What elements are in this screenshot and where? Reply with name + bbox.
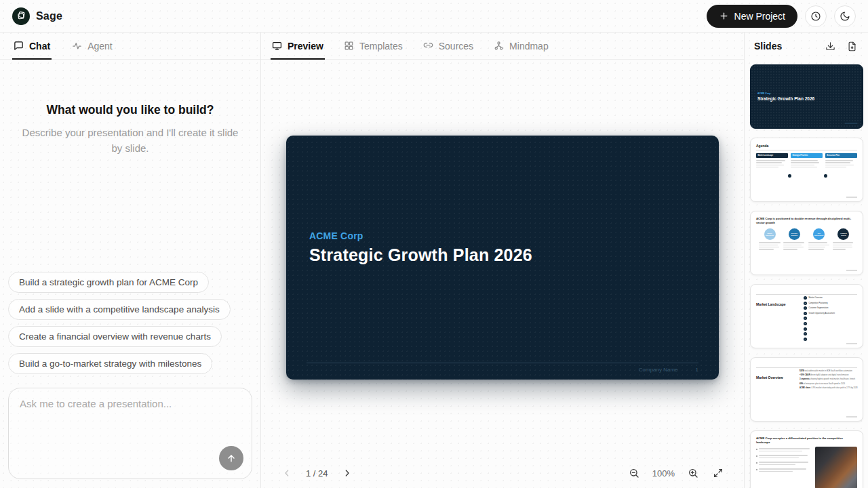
slide-preview[interactable]: ACME Corp Strategic Growth Plan 2026 Com… <box>286 136 719 380</box>
hierarchy-icon <box>494 41 504 51</box>
chat-input[interactable] <box>9 388 252 441</box>
slide-thumbnail-list: ACME Corp Strategic Growth Plan 2026 Age… <box>745 60 868 488</box>
activity-icon <box>72 41 82 51</box>
history-button[interactable] <box>805 5 827 27</box>
list-number: 3 <box>804 306 807 310</box>
zoom-out-button[interactable] <box>627 466 641 480</box>
chevron-right-icon <box>342 468 353 479</box>
tab-chat[interactable]: Chat <box>14 33 50 59</box>
tab-templates[interactable]: Templates <box>344 33 403 59</box>
list-label: Competitive Positioning <box>809 302 828 304</box>
stat-circle: Financial targets <box>837 228 849 240</box>
moon-icon <box>840 11 850 22</box>
sage-logo-icon <box>12 7 30 25</box>
agenda-column-header: Strategic Priorities <box>791 153 823 158</box>
stat-circle-cell: Key achievement <box>808 228 830 251</box>
thumb-footer <box>846 270 857 271</box>
slide-eyebrow: ACME Corp <box>309 230 363 241</box>
prev-slide-button[interactable] <box>280 466 294 480</box>
dark-mode-toggle[interactable] <box>834 5 856 27</box>
connector-dot <box>824 174 827 178</box>
suggestion-chip[interactable]: Add a slide with a competitive landscape… <box>8 299 231 320</box>
clock-icon <box>810 11 821 22</box>
expand-icon <box>713 468 724 479</box>
thumb3-title: ACME Corp is positioned to double revenu… <box>756 217 857 224</box>
tab-agent-label: Agent <box>87 41 113 52</box>
suggestion-chip[interactable]: Build a strategic growth plan for ACME C… <box>8 272 209 293</box>
slide-title: Strategic Growth Plan 2026 <box>309 245 532 265</box>
link-icon <box>423 41 433 51</box>
slides-panel-header: Slides <box>745 33 868 60</box>
suggestion-chips: Build a strategic growth plan for ACME C… <box>0 272 260 380</box>
tab-agent[interactable]: Agent <box>72 33 113 59</box>
tab-mindmap[interactable]: Mindmap <box>494 33 549 59</box>
next-slide-button[interactable] <box>340 466 354 480</box>
slides-panel-title: Slides <box>754 41 782 52</box>
thumb1-title: Strategic Growth Plan 2026 <box>757 96 814 101</box>
chat-bubble-icon <box>14 41 24 51</box>
slide-thumbnail-2[interactable]: Agenda Market Landscape Strategic Priori… <box>750 138 863 202</box>
new-project-button[interactable]: New Project <box>707 5 797 28</box>
slide-thumbnail-5[interactable]: Market Overview $47B total addressable m… <box>750 357 863 422</box>
thumb-footer <box>846 343 857 344</box>
list-label: Customer Segmentation <box>809 307 829 309</box>
slide-thumbnail-3[interactable]: ACME Corp is positioned to double revenu… <box>750 211 863 275</box>
app-title: Sage <box>36 10 62 22</box>
divider <box>756 367 857 368</box>
thumb-footer <box>846 416 857 418</box>
zoom-level: 100% <box>652 468 675 479</box>
send-button[interactable] <box>219 446 243 470</box>
thumb6-title: ACME Corp occupies a differentiated posi… <box>756 436 857 444</box>
chevron-left-icon <box>281 468 292 479</box>
tab-sources[interactable]: Sources <box>423 33 473 59</box>
list-number: 4 <box>804 312 807 315</box>
zoom-in-icon <box>688 468 698 479</box>
thumb1-footer <box>845 123 857 124</box>
agenda-column: Execution Plan <box>825 153 857 169</box>
divider <box>756 294 857 295</box>
tab-preview[interactable]: Preview <box>272 33 323 59</box>
thumb-footer <box>846 197 857 198</box>
list-number: 1 <box>804 296 807 300</box>
chat-empty-state: What would you like to build? Describe y… <box>0 103 260 156</box>
tab-sources-label: Sources <box>439 41 473 52</box>
stat-circle-cell: Market opportunity <box>759 228 781 251</box>
download-icon <box>825 41 835 52</box>
stat-circle: Market opportunity <box>764 228 776 240</box>
canvas-toolbar: 1 / 24 100% <box>261 458 744 488</box>
suggestion-chip[interactable]: Create a financial overview with revenue… <box>8 326 222 347</box>
new-project-label: New Project <box>734 11 785 22</box>
download-slides-button[interactable] <box>824 40 837 53</box>
export-file-button[interactable] <box>846 40 859 53</box>
pagination-label: 1 / 24 <box>306 468 328 479</box>
slide-footer: Company Name 1 <box>307 363 698 373</box>
tab-preview-label: Preview <box>288 41 323 52</box>
stat-circle-cell: Revenue priorities <box>783 228 805 251</box>
zoom-in-button[interactable] <box>686 466 700 480</box>
list-number: 2 <box>804 302 807 305</box>
chat-input-container <box>8 388 252 479</box>
top-bar: Sage New Project <box>0 0 868 33</box>
connector-dot <box>788 174 791 178</box>
tab-templates-label: Templates <box>359 41 403 52</box>
list-number: 9 <box>804 338 807 341</box>
plus-icon <box>719 11 729 21</box>
preview-tab-bar: Preview Templates Sources Mindmap <box>261 33 744 60</box>
slide-thumbnail-1[interactable]: ACME Corp Strategic Growth Plan 2026 <box>750 64 863 129</box>
list-number: 5 <box>804 317 807 320</box>
slide-thumbnail-4[interactable]: Market Landscape 1Market Overview 2Compe… <box>750 284 863 348</box>
arrow-up-icon <box>226 453 237 464</box>
suggestion-chip[interactable]: Build a go-to-market strategy with miles… <box>8 353 212 374</box>
stat-circle-cell: Financial targets <box>833 228 854 251</box>
thumb6-photo <box>815 447 857 488</box>
list-number: 7 <box>804 327 807 331</box>
chat-tab-bar: Chat Agent <box>0 33 260 60</box>
list-label: Market Overview <box>809 297 823 299</box>
slide-footer-company: Company Name <box>639 367 678 373</box>
agenda-column-header: Execution Plan <box>825 153 857 158</box>
slide-footer-page: 1 <box>696 367 698 373</box>
list-number: 6 <box>804 322 807 325</box>
thumb5-title: Market Overview <box>756 375 783 380</box>
slide-thumbnail-6[interactable]: ACME Corp occupies a differentiated posi… <box>750 430 863 488</box>
fullscreen-button[interactable] <box>711 466 725 480</box>
